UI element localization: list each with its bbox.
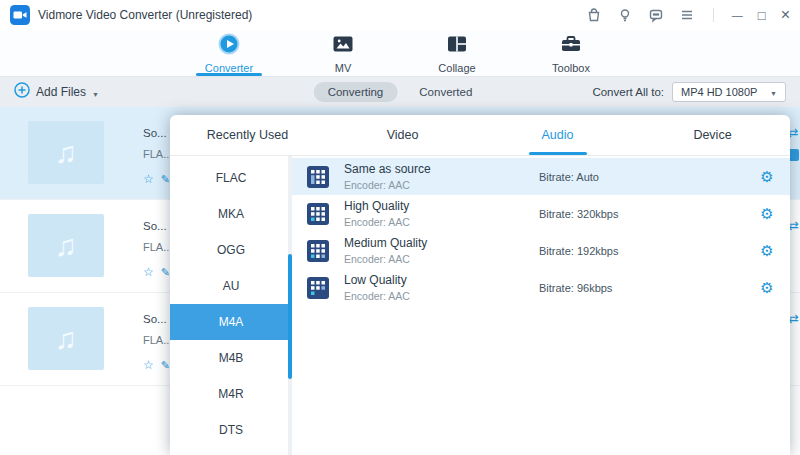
convert-all-group: Convert All to: MP4 HD 1080P — [592, 82, 786, 102]
format-item-dts[interactable]: DTS — [170, 412, 292, 448]
add-files-button[interactable]: Add Files — [14, 82, 99, 102]
converted-tab[interactable]: Converted — [405, 82, 486, 102]
gear-icon[interactable] — [760, 169, 773, 184]
preset-quality-icon — [307, 277, 329, 299]
add-icon — [14, 82, 30, 102]
preset-quality-icon — [307, 240, 329, 262]
mv-icon — [331, 32, 355, 60]
preset-bitrate: Bitrate: 192kbps — [539, 245, 744, 257]
convert-all-label: Convert All to: — [592, 86, 664, 98]
app-logo-icon — [10, 5, 30, 25]
preset-text: High Quality Encoder: AAC — [344, 199, 539, 227]
convert-status-switch: Converting Converted — [314, 82, 487, 102]
format-item-m4r[interactable]: M4R — [170, 376, 292, 412]
app-window: Vidmore Video Converter (Unregistered) — [0, 0, 800, 455]
format-item-mka[interactable]: MKA — [170, 196, 292, 232]
file-thumbnail — [28, 121, 104, 184]
music-note-icon — [55, 136, 78, 170]
preset-row-high-quality[interactable]: High Quality Encoder: AAC Bitrate: 320kb… — [292, 195, 790, 232]
star-icon[interactable] — [143, 169, 154, 187]
format-item-m4a[interactable]: M4A — [170, 304, 292, 340]
music-note-icon — [55, 229, 78, 263]
window-title: Vidmore Video Converter (Unregistered) — [38, 8, 252, 22]
converting-tab[interactable]: Converting — [314, 82, 398, 102]
tab-converter-label: Converter — [205, 62, 253, 74]
preset-text: Low Quality Encoder: AAC — [344, 273, 539, 301]
preset-name: High Quality — [344, 199, 539, 213]
file-format-label: FLA... — [143, 334, 169, 346]
file-source-label: So... — [143, 220, 169, 232]
dropdown-caret-icon — [770, 86, 777, 98]
close-icon[interactable] — [781, 7, 790, 23]
collage-icon — [445, 32, 469, 60]
popup-tab-audio[interactable]: Audio — [480, 115, 635, 155]
tab-mv[interactable]: MV — [303, 30, 383, 76]
tab-converter[interactable]: Converter — [189, 30, 269, 76]
popup-tabs: Recently Used Video Audio Device — [170, 115, 790, 156]
toolbox-icon — [559, 32, 583, 60]
preset-bitrate: Bitrate: 320kbps — [539, 208, 744, 220]
format-scrollbar-thumb[interactable] — [288, 254, 292, 379]
file-thumbnail — [28, 214, 104, 277]
preset-quality-icon — [307, 166, 329, 188]
edit-icon[interactable] — [161, 355, 169, 373]
preset-name: Same as source — [344, 162, 539, 176]
file-list: So... FLA... So... FLA... So... — [0, 107, 800, 455]
file-format-label: FLA... — [143, 148, 169, 160]
star-icon[interactable] — [143, 262, 154, 280]
format-item-au[interactable]: AU — [170, 268, 292, 304]
star-icon[interactable] — [143, 355, 154, 373]
edit-icon[interactable] — [161, 262, 169, 280]
preset-encoder: Encoder: AAC — [344, 216, 539, 228]
format-picker-popup: Recently Used Video Audio Device FLAC MK… — [170, 115, 790, 455]
file-meta: So... FLA... — [143, 220, 169, 280]
edit-icon[interactable] — [161, 169, 169, 187]
lamp-icon[interactable] — [617, 7, 633, 23]
file-meta: So... FLA... — [143, 313, 169, 373]
gear-icon[interactable] — [760, 206, 773, 221]
music-note-icon — [55, 322, 78, 356]
titlebar-divider — [713, 8, 714, 22]
preset-row-medium-quality[interactable]: Medium Quality Encoder: AAC Bitrate: 192… — [292, 232, 790, 269]
format-item-flac[interactable]: FLAC — [170, 160, 292, 196]
maximize-icon[interactable] — [758, 9, 766, 22]
preset-bitrate: Bitrate: 96kbps — [539, 282, 744, 294]
preset-encoder: Encoder: AAC — [344, 179, 539, 191]
format-scrollbar — [288, 156, 292, 455]
tab-collage-label: Collage — [438, 62, 475, 74]
file-thumbnail — [28, 307, 104, 370]
preset-encoder: Encoder: AAC — [344, 253, 539, 265]
popup-body: FLAC MKA OGG AU M4A M4B M4R DTS — [170, 156, 790, 455]
preset-name: Low Quality — [344, 273, 539, 287]
menu-icon[interactable] — [679, 7, 695, 23]
file-format-label: FLA... — [143, 241, 169, 253]
tab-mv-label: MV — [335, 62, 352, 74]
popup-tab-video[interactable]: Video — [325, 115, 480, 155]
format-item-m4b[interactable]: M4B — [170, 340, 292, 376]
feedback-icon[interactable] — [648, 7, 664, 23]
preset-text: Medium Quality Encoder: AAC — [344, 236, 539, 264]
popup-tab-recently-used[interactable]: Recently Used — [170, 115, 325, 155]
preset-row-same-as-source[interactable]: Same as source Encoder: AAC Bitrate: Aut… — [292, 158, 790, 195]
preset-encoder: Encoder: AAC — [344, 290, 539, 302]
main-nav: Converter MV Collage Toolbox — [0, 30, 800, 76]
format-list: FLAC MKA OGG AU M4A M4B M4R DTS — [170, 156, 292, 455]
tab-toolbox[interactable]: Toolbox — [531, 30, 611, 76]
file-source-label: So... — [143, 127, 169, 139]
output-format-dropdown[interactable]: MP4 HD 1080P — [672, 82, 786, 102]
preset-row-low-quality[interactable]: Low Quality Encoder: AAC Bitrate: 96kbps — [292, 269, 790, 306]
preset-bitrate: Bitrate: Auto — [539, 171, 744, 183]
preset-text: Same as source Encoder: AAC — [344, 162, 539, 190]
store-icon[interactable] — [586, 7, 602, 23]
output-format-value: MP4 HD 1080P — [681, 86, 757, 98]
popup-tab-device[interactable]: Device — [635, 115, 790, 155]
preset-quality-icon — [307, 203, 329, 225]
format-item-ogg[interactable]: OGG — [170, 232, 292, 268]
gear-icon[interactable] — [760, 280, 773, 295]
toolbar: Add Files Converting Converted Convert A… — [0, 76, 800, 107]
caret-down-icon — [92, 83, 99, 101]
file-source-label: So... — [143, 313, 169, 325]
tab-collage[interactable]: Collage — [417, 30, 497, 76]
minimize-icon[interactable] — [732, 9, 743, 21]
gear-icon[interactable] — [760, 243, 773, 258]
